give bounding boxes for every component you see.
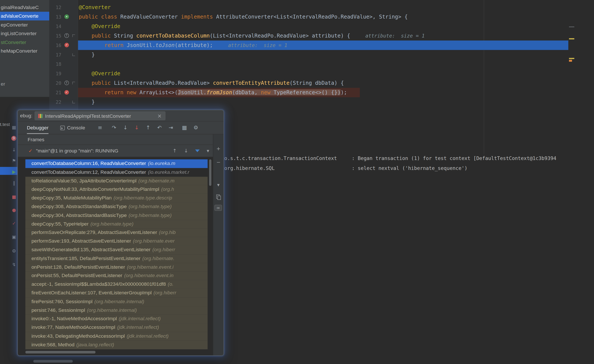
tree-item[interactable]: ingListConverter <box>0 29 49 38</box>
collapse-icon[interactable]: − <box>213 159 223 165</box>
stack-frame-row[interactable]: fireEventOnEachListener:107, EventListen… <box>26 289 208 297</box>
run-to-cursor-icon[interactable]: ⇥ <box>166 121 175 134</box>
expand-chevron-icon[interactable]: ▾ <box>213 182 223 188</box>
tree-item[interactable]: adValueConverte <box>0 12 49 20</box>
flag-icon[interactable]: ⚑ <box>11 158 18 164</box>
code-token: (String dbData) { <box>290 80 344 86</box>
copy-stack-icon[interactable] <box>216 194 220 199</box>
stack-frame-row[interactable]: convertToDatabaseColumn:16, ReadValueCon… <box>26 159 208 168</box>
stack-frame-row[interactable]: invoke:568, Method(java.lang.reflect) <box>26 340 208 349</box>
code-editor[interactable]: 12@Converter13▾public class ReadValueCon… <box>49 3 569 107</box>
code-line[interactable]: 12@Converter <box>49 3 569 12</box>
menu-icon[interactable]: ≡ <box>95 121 104 134</box>
stack-frame-row[interactable]: invoke:77, NativeMethodAccessorImpl(jdk.… <box>26 323 208 332</box>
stack-frame-row[interactable]: entityIsTransient:185, DefaultPersistEve… <box>26 254 208 263</box>
stack-frame-row[interactable]: toRelationalValue:50, JpaAttributeConver… <box>26 177 208 185</box>
stack-frame-row[interactable]: persist:746, SessionImpl(org.hibernate.i… <box>26 306 208 315</box>
code-line[interactable]: 22 } <box>49 97 569 107</box>
tree-overflow-item[interactable]: er <box>1 81 5 87</box>
code-line[interactable]: 21✓ return new ArrayList<>(JsonUtil.from… <box>49 88 569 97</box>
tree-item[interactable]: epConverter <box>0 20 49 29</box>
stripe-mark[interactable] <box>569 60 572 62</box>
snapshot-icon[interactable]: ▣ <box>11 234 18 240</box>
tab-console[interactable]: Console <box>60 121 85 134</box>
next-frame-icon[interactable]: ↓ <box>182 145 190 157</box>
code-text: @Override <box>78 69 569 78</box>
pause-icon[interactable]: ∥ <box>11 180 18 186</box>
code-line[interactable]: 16✓ return JsonUtil.toJson(attribute);at… <box>49 40 569 50</box>
stack-frame-row[interactable]: invoke:43, DelegatingMethodAccessorImpl(… <box>26 332 208 340</box>
debug-session-tab[interactable]: IntervalReadAppImplTest.testConverter × <box>34 111 166 120</box>
fold-marker[interactable] <box>72 101 75 103</box>
add-watch-icon[interactable]: + <box>213 146 223 151</box>
tab-debugger[interactable]: Debugger <box>27 121 48 134</box>
download-icon[interactable]: ↓ <box>11 147 18 153</box>
code-line[interactable]: 17 } <box>49 50 569 60</box>
resume-icon[interactable]: ▶ <box>11 169 18 175</box>
stack-frame-row[interactable]: performSaveOrReplicate:279, AbstractSave… <box>26 228 208 237</box>
override-method-icon[interactable]: ↑ <box>64 33 69 38</box>
implements-icon[interactable]: ▾ <box>64 14 69 19</box>
stack-frame-row[interactable]: deepCopyNotNull:33, AttributeConverterMu… <box>26 185 208 194</box>
tree-item[interactable]: heMapConverter <box>0 46 49 55</box>
stack-frame-row[interactable]: deepCopy:35, MutableMutabilityPlan(org.h… <box>26 194 208 203</box>
frames-vertical-scrollbar[interactable] <box>209 159 211 186</box>
code-line[interactable]: 20↑ public List<IntervalReadPo.ReadValue… <box>49 78 569 88</box>
tree-item[interactable]: ginalReadValueC <box>0 3 49 12</box>
close-icon[interactable]: × <box>157 113 162 119</box>
stack-frame-row[interactable]: onPersist:128, DefaultPersistEventListen… <box>26 263 208 271</box>
grid-icon[interactable]: ▦ <box>11 125 18 130</box>
layout-icon[interactable]: ▦ <box>180 121 189 134</box>
fold-marker[interactable] <box>72 82 75 84</box>
stack-frame-row[interactable]: deepCopy:304, AbstractStandardBasicType(… <box>26 211 208 220</box>
drop-frame-icon[interactable]: ↶ <box>155 121 164 134</box>
stripe-mark[interactable] <box>569 38 574 39</box>
force-step-into-icon[interactable]: ↓ <box>132 121 141 134</box>
override-method-icon[interactable]: ↑ <box>64 81 69 85</box>
frame-location: invoke0:-1, NativeMethodAccessorImpl <box>32 316 117 321</box>
breakpoint-dot-icon[interactable]: ● <box>11 207 18 213</box>
stack-frame-row[interactable]: firePersist:760, SessionImpl(org.hiberna… <box>26 297 208 306</box>
prev-frame-icon[interactable]: ↑ <box>171 145 178 157</box>
step-out-icon[interactable]: ↑ <box>143 121 153 134</box>
badge-9-icon[interactable]: 9 <box>11 136 16 141</box>
editor-horizontal-scrollbar[interactable] <box>33 360 73 363</box>
frame-location: fireEventOnEachListener:107, EventListen… <box>32 290 152 295</box>
breakpoint-icon[interactable]: ✓ <box>64 90 69 95</box>
step-over-icon[interactable]: ↷ <box>109 121 119 134</box>
frames-horizontal-scrollbar[interactable] <box>26 351 96 353</box>
bolt-icon[interactable]: ↯ <box>11 262 18 267</box>
stack-frame-row[interactable]: invoke0:-1, NativeMethodAccessorImpl(jdk… <box>26 315 208 323</box>
stack-frame-row[interactable]: onPersist:55, DefaultPersistEventListene… <box>26 271 208 280</box>
debug-window-titlebar[interactable]: ebug: IntervalReadAppImplTest.testConver… <box>18 110 223 122</box>
code-token: ArrayList<>( <box>139 89 178 95</box>
code-line[interactable]: 19 @Override <box>49 69 569 78</box>
stack-frame-row[interactable]: performSave:193, AbstractSaveEventListen… <box>26 237 208 246</box>
code-line[interactable]: 18 <box>49 60 569 69</box>
tree-item[interactable]: stConverter <box>0 38 49 46</box>
stack-frame-row[interactable]: deepCopy:55, TypeHelper(org.hibernate.ty… <box>26 220 208 228</box>
show-all-frames-icon[interactable]: ∞ <box>214 205 222 211</box>
code-line[interactable]: 15↑ public String convertToDatabaseColum… <box>49 31 569 40</box>
error-stripe[interactable] <box>569 0 577 114</box>
thread-dropdown-icon[interactable]: ▾ <box>204 145 212 157</box>
step-into-icon[interactable]: ↓ <box>121 121 130 134</box>
tab-fragment[interactable]: t.test <box>0 122 10 127</box>
stripe-mark[interactable] <box>569 58 574 59</box>
code-line[interactable]: 14 @Override <box>49 22 569 31</box>
fold-marker[interactable] <box>72 34 75 37</box>
settings-icon[interactable]: ⚙ <box>191 121 200 134</box>
stack-frame-row[interactable]: accept:-1, SessionImpl$$Lambda$3234/0x00… <box>26 280 208 289</box>
fold-marker[interactable] <box>72 53 75 56</box>
stack-frame-row[interactable]: convertToDatabaseColumn:12, ReadValueCon… <box>26 168 208 177</box>
stack-frame-row[interactable]: deepCopy:308, AbstractStandardBasicType(… <box>26 203 208 211</box>
stripe-mark[interactable] <box>569 26 574 27</box>
breakpoint-icon[interactable]: ✓ <box>64 43 69 47</box>
stack-frame-row[interactable]: saveWithGeneratedId:135, AbstractSaveEve… <box>26 246 208 254</box>
code-line[interactable]: 13▾public class ReadValueConverter imple… <box>49 12 569 22</box>
thread-selector-row[interactable]: ✓ "main"@1 in group "main": RUNNING ↑↓▾ <box>18 145 223 157</box>
filter-icon[interactable] <box>195 149 200 152</box>
stop-icon[interactable]: ■ <box>11 194 18 199</box>
settings-wrench-icon[interactable]: ⚙ <box>11 248 18 254</box>
verify-check-icon[interactable]: ✓ <box>11 221 18 226</box>
